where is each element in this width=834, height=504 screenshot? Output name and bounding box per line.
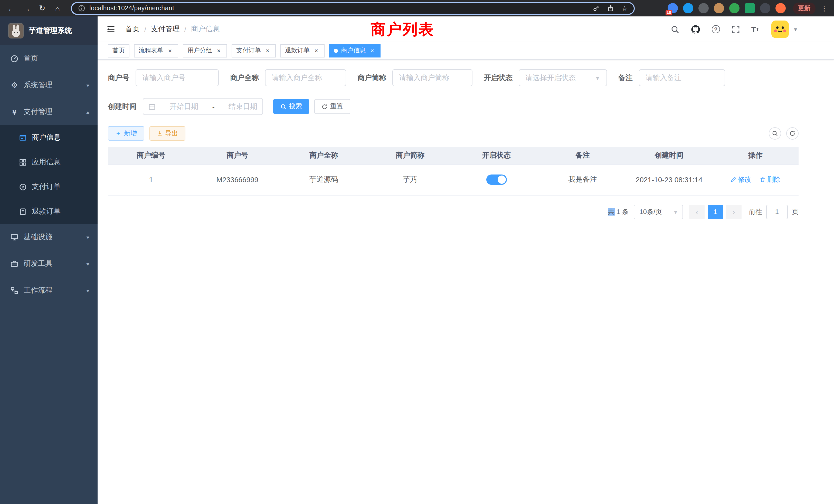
forward-icon[interactable]: → [21, 2, 33, 14]
next-page-button[interactable]: › [726, 205, 742, 219]
sidebar-item-workflow[interactable]: 工作流程 ▼ [0, 277, 97, 304]
sidebar-item-pay-orders[interactable]: 支付订单 [0, 175, 97, 199]
sidebar-item-payment[interactable]: ¥ 支付管理 ▲ [0, 98, 97, 125]
logo-avatar [8, 23, 24, 39]
sidebar-item-system[interactable]: ⚙ 系统管理 ▼ [0, 72, 97, 98]
breadcrumb-payment[interactable]: 支付管理 [151, 25, 180, 34]
short-name-input[interactable]: 请输入商户简称 [392, 69, 473, 86]
gear-icon: ⚙ [10, 81, 19, 89]
close-icon[interactable]: × [167, 47, 174, 54]
status-label: 开启状态 [484, 73, 512, 83]
home-icon[interactable]: ⌂ [51, 2, 64, 14]
profile-avatar[interactable] [775, 3, 786, 13]
tab-merchant-info[interactable]: 商户信息 × [329, 44, 380, 57]
placeholder-text: 请输入商户简称 [399, 73, 449, 83]
close-icon[interactable]: × [313, 47, 320, 54]
extension-icon[interactable] [760, 3, 770, 13]
col-header: 备注 [540, 147, 626, 164]
back-icon[interactable]: ← [5, 2, 18, 14]
user-avatar[interactable] [771, 21, 789, 38]
cell-merchant-no: M233666999 [194, 164, 280, 195]
payment-submenu: 商户信息 应用信息 支付订单 [0, 125, 97, 224]
close-icon[interactable]: × [215, 47, 222, 54]
font-size-icon[interactable]: TT [751, 25, 759, 33]
chevron-down-icon: ▼ [595, 75, 600, 81]
full-name-input[interactable]: 请输入商户全称 [265, 69, 346, 86]
bookmark-star-icon[interactable]: ☆ [622, 4, 628, 12]
app-logo[interactable]: 芋道管理系统 [0, 17, 97, 45]
placeholder-text: 请选择开启状态 [525, 73, 576, 83]
sidebar-item-home[interactable]: 首页 [0, 45, 97, 72]
extension-icon[interactable] [729, 3, 740, 13]
password-key-icon[interactable] [593, 5, 600, 12]
tab-refund-orders[interactable]: 退款订单 × [280, 44, 325, 57]
status-select[interactable]: 请选择开启状态 ▼ [519, 69, 607, 86]
reset-button[interactable]: 重置 [314, 99, 350, 114]
tab-home[interactable]: 首页 [108, 44, 129, 57]
extension-icon[interactable]: 10 [667, 3, 678, 13]
sidebar-item-infrastructure[interactable]: 基础设施 ▼ [0, 224, 97, 250]
workflow-icon [10, 287, 19, 295]
sidebar-item-merchant-info[interactable]: 商户信息 [0, 125, 97, 150]
total-count: 1 [616, 208, 620, 215]
placeholder-text: 请输入商户全称 [272, 73, 322, 83]
reload-icon[interactable]: ↻ [36, 2, 48, 14]
create-time-range-input[interactable]: 开始日期 - 结束日期 [143, 98, 263, 115]
extension-icon[interactable] [683, 3, 693, 13]
search-icon[interactable] [671, 25, 679, 33]
search-button[interactable]: 搜索 [273, 99, 309, 114]
toolbox-icon [10, 260, 19, 268]
chevron-down-icon[interactable]: ▼ [793, 26, 798, 32]
prev-page-button[interactable]: ‹ [689, 205, 705, 219]
refresh-table-button[interactable] [786, 127, 798, 140]
sidebar-item-label: 工作流程 [24, 286, 52, 295]
help-icon[interactable]: ? [712, 25, 720, 33]
sidebar-item-refund-orders[interactable]: 退款订单 [0, 199, 97, 224]
cell-create-time: 2021-10-23 08:31:14 [626, 164, 712, 195]
extension-icon[interactable] [745, 3, 755, 13]
goto-page-input[interactable] [766, 205, 788, 219]
tags-view: 首页 流程表单 × 用户分组 × 支付订单 × 退款订单 × [97, 42, 834, 60]
col-header: 商户简称 [367, 147, 453, 164]
tab-process-form[interactable]: 流程表单 × [134, 44, 178, 57]
sidebar-toggle-icon[interactable] [106, 24, 116, 35]
page-number-1[interactable]: 1 [708, 205, 723, 219]
export-button[interactable]: 导出 [149, 126, 185, 141]
extension-icon[interactable] [714, 3, 724, 13]
pay-order-icon [19, 183, 27, 191]
remark-input[interactable]: 请输入备注 [639, 69, 725, 86]
total-prefix: 共 [608, 208, 614, 215]
browser-menu-icon[interactable]: ⋮ [821, 4, 828, 12]
status-toggle[interactable] [486, 175, 507, 185]
share-icon[interactable] [607, 5, 614, 12]
sidebar-item-dev-tools[interactable]: 研发工具 ▼ [0, 250, 97, 277]
tab-label: 用户分组 [188, 46, 212, 55]
edit-link[interactable]: 修改 [730, 175, 751, 184]
chevron-down-icon: ▼ [85, 261, 90, 266]
tab-pay-orders[interactable]: 支付订单 × [232, 44, 276, 57]
github-icon[interactable] [691, 24, 701, 34]
close-icon[interactable]: × [369, 47, 376, 54]
fullscreen-icon[interactable] [731, 25, 740, 33]
page-size-select[interactable]: 10条/页 ▼ [634, 205, 683, 219]
breadcrumb-home[interactable]: 首页 [125, 25, 140, 34]
reset-button-label: 重置 [330, 102, 343, 111]
delete-link[interactable]: 删除 [760, 175, 781, 184]
cell-status [453, 164, 540, 195]
add-button[interactable]: ＋ 新增 [108, 126, 144, 141]
tab-label: 首页 [112, 46, 125, 55]
navbar-actions: ? TT ▼ [659, 21, 798, 38]
close-icon[interactable]: × [264, 47, 271, 54]
pagination-goto: 前往 页 [749, 205, 798, 219]
site-info-icon[interactable] [78, 5, 85, 12]
address-bar[interactable]: localhost:1024/pay/merchant ☆ [71, 2, 635, 15]
merchant-no-input[interactable]: 请输入商户号 [136, 69, 219, 86]
extension-icon[interactable] [698, 3, 709, 13]
placeholder-text: 请输入商户号 [142, 73, 185, 83]
sidebar-item-label: 系统管理 [24, 81, 52, 90]
sidebar-item-app-info[interactable]: 应用信息 [0, 150, 97, 175]
pagination-total: 共 1 条 [608, 207, 629, 216]
tab-user-group[interactable]: 用户分组 × [183, 44, 227, 57]
chrome-update-button[interactable]: 更新 [793, 2, 815, 14]
toggle-search-button[interactable] [769, 127, 781, 140]
